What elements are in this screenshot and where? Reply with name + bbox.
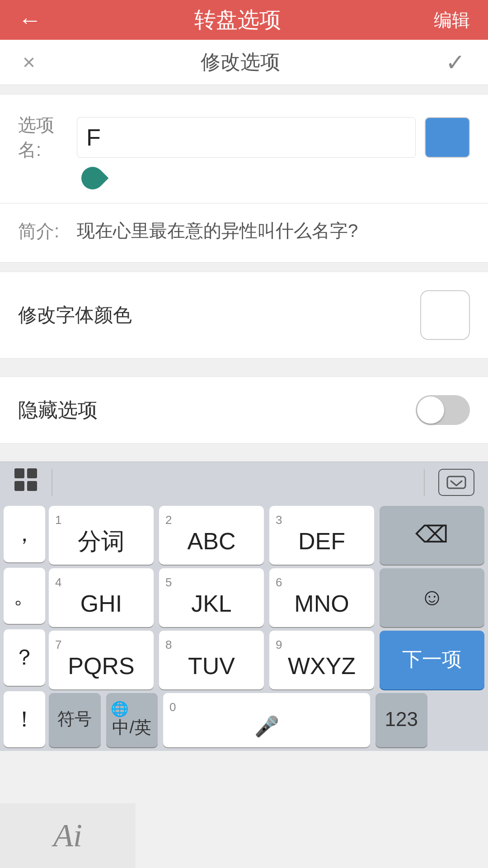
toggle-knob: [417, 396, 444, 424]
key-num-4: 4: [55, 576, 61, 590]
page-title: 转盘选项: [194, 5, 281, 34]
mic-icon: 🎤: [254, 715, 279, 738]
section-divider-3: [0, 443, 488, 453]
punct-key-comma[interactable]: ，: [4, 506, 45, 562]
key-fuhao[interactable]: 符号: [49, 693, 101, 747]
desc-row: 简介: 现在心里最在意的异性叫什么名字?: [0, 203, 488, 263]
key-num-1: 1: [55, 513, 61, 527]
key-space[interactable]: 0 🎤: [163, 693, 370, 747]
name-label: 选项名:: [18, 113, 77, 162]
zhong-label: 中/英: [112, 717, 151, 738]
key-row-1: 1 分词 2 ABC 3 DEF ⌫: [45, 502, 488, 565]
grid-icon[interactable]: [14, 467, 38, 497]
ai-indicator: Ai: [0, 803, 136, 868]
globe-icon: 🌐: [111, 700, 129, 717]
next-label: 下一项: [402, 647, 462, 671]
key-num-9: 9: [276, 638, 282, 652]
keyboard: ， 。 ？ ！ 1 分词 2 ABC 3 DEF: [0, 502, 488, 751]
key-label-jkl: JKL: [191, 590, 232, 618]
modal-title: 修改选项: [201, 49, 280, 75]
hide-option-label: 隐藏选项: [18, 397, 416, 424]
svg-rect-4: [447, 476, 465, 488]
punct-column: ， 。 ？ ！: [0, 502, 45, 751]
key-emoji[interactable]: ☺: [380, 568, 484, 627]
font-color-swatch-button[interactable]: [420, 290, 470, 340]
key-num-6: 6: [276, 576, 282, 590]
key-num-7: 7: [55, 638, 61, 652]
key-next[interactable]: 下一项: [380, 631, 484, 689]
key-label-mno: MNO: [294, 590, 349, 618]
keyboard-main: ， 。 ？ ！ 1 分词 2 ABC 3 DEF: [0, 502, 488, 751]
key-label-fenci: 分词: [78, 527, 125, 555]
punct-key-exclaim[interactable]: ！: [4, 691, 45, 748]
key-label-ghi: GHI: [80, 590, 122, 618]
edit-button[interactable]: 编辑: [434, 8, 470, 33]
key-7-pqrs[interactable]: 7 PQRS: [49, 631, 154, 689]
key-num-3: 3: [276, 513, 282, 527]
svg-rect-3: [27, 481, 37, 491]
key-9-wxyz[interactable]: 9 WXYZ: [269, 631, 374, 689]
key-123[interactable]: 123: [375, 693, 427, 747]
section-divider-2: [0, 359, 488, 368]
punct-key-question[interactable]: ？: [4, 629, 45, 686]
keyboard-right: 1 分词 2 ABC 3 DEF ⌫ 4 GHI: [45, 502, 488, 751]
key-label-tuv: TUV: [188, 652, 235, 680]
color-swatch-button[interactable]: [425, 117, 470, 158]
key-delete[interactable]: ⌫: [380, 506, 484, 565]
space-num: 0: [169, 700, 176, 714]
hide-option-toggle[interactable]: [416, 395, 470, 425]
emoji-icon: ☺: [420, 583, 444, 610]
modal-confirm-button[interactable]: ✓: [446, 49, 465, 76]
name-field-row: 选项名:: [18, 113, 470, 162]
key-label-def: DEF: [298, 527, 345, 555]
keyboard-toolbar: [0, 462, 488, 502]
key-8-tuv[interactable]: 8 TUV: [159, 631, 264, 689]
desc-text: 现在心里最在意的异性叫什么名字?: [77, 217, 358, 244]
form-name-area: 选项名:: [0, 94, 488, 203]
modal-header: × 修改选项 ✓: [0, 40, 488, 85]
delete-icon: ⌫: [415, 521, 449, 548]
key-label-pqrs: PQRS: [68, 652, 134, 680]
cursor-indicator: [81, 167, 104, 194]
key-1-fenci[interactable]: 1 分词: [49, 506, 154, 565]
svg-rect-1: [27, 468, 37, 478]
punct-key-period[interactable]: 。: [4, 568, 45, 624]
hide-option-row: 隐藏选项: [0, 377, 488, 443]
toolbar-divider-right: [424, 469, 425, 496]
key-3-def[interactable]: 3 DEF: [269, 506, 374, 565]
num-label: 123: [385, 708, 418, 731]
keyboard-collapse-button[interactable]: [438, 469, 474, 496]
key-num-8: 8: [165, 638, 172, 652]
key-row-2: 4 GHI 5 JKL 6 MNO ☺: [45, 565, 488, 627]
modal-close-button[interactable]: ×: [23, 50, 35, 75]
key-label-wxyz: WXYZ: [288, 652, 356, 680]
key-row-3: 7 PQRS 8 TUV 9 WXYZ 下一项: [45, 627, 488, 689]
fuhao-label: 符号: [57, 709, 92, 730]
toolbar-divider-left: [52, 469, 52, 496]
key-5-jkl[interactable]: 5 JKL: [159, 568, 264, 627]
key-num-2: 2: [165, 513, 172, 527]
name-input[interactable]: [77, 117, 416, 158]
svg-rect-2: [14, 481, 24, 491]
section-divider-1: [0, 263, 488, 272]
desc-label: 简介:: [18, 219, 77, 244]
key-num-5: 5: [165, 576, 172, 590]
back-button[interactable]: ←: [18, 6, 42, 33]
key-row-bottom: 符号 🌐 中/英 0 🎤 123: [45, 689, 488, 751]
key-zhong-ying[interactable]: 🌐 中/英: [106, 693, 158, 747]
key-2-abc[interactable]: 2 ABC: [159, 506, 264, 565]
key-6-mno[interactable]: 6 MNO: [269, 568, 374, 627]
top-bar: ← 转盘选项 编辑: [0, 0, 488, 40]
svg-rect-0: [14, 468, 24, 478]
font-color-label: 修改字体颜色: [18, 302, 420, 328]
font-color-row: 修改字体颜色: [0, 272, 488, 359]
ai-label: Ai: [53, 817, 82, 854]
key-label-abc: ABC: [188, 527, 236, 555]
key-4-ghi[interactable]: 4 GHI: [49, 568, 154, 627]
